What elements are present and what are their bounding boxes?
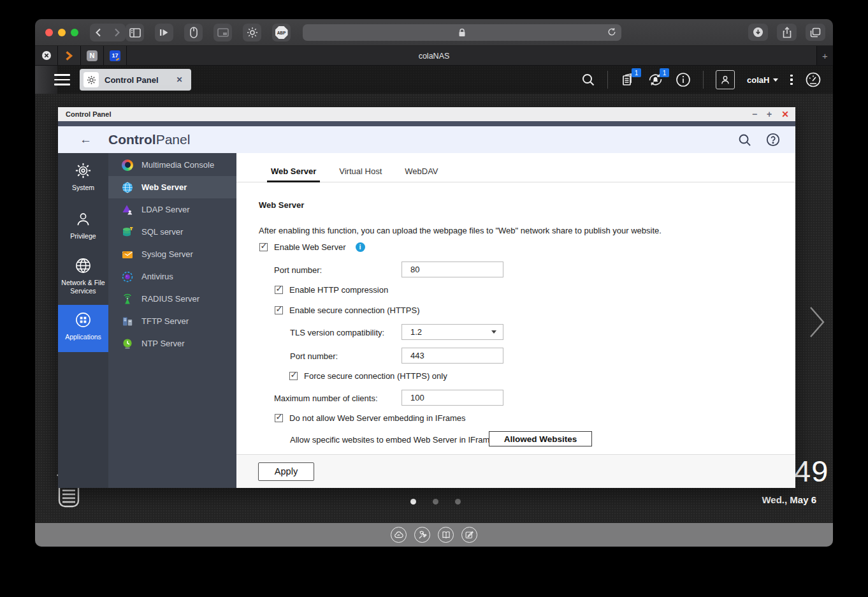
category-network-file-services[interactable]: Network & File Services — [58, 257, 108, 295]
n-favicon: N — [87, 50, 98, 61]
step-forward-icon[interactable] — [155, 24, 173, 41]
service-sql-server[interactable]: SQL server — [108, 221, 236, 243]
new-tab-button[interactable]: + — [816, 46, 833, 65]
category-label: Privilege — [70, 232, 96, 240]
service-ldap-server[interactable]: LDAP Server — [108, 198, 236, 221]
compose-note-icon[interactable] — [461, 527, 477, 543]
category-system[interactable]: System — [58, 162, 108, 192]
http-compression-checkbox[interactable] — [275, 286, 283, 294]
info-icon[interactable] — [356, 242, 365, 252]
user-avatar[interactable] — [716, 70, 735, 89]
max-clients-input[interactable] — [401, 390, 503, 406]
back-button[interactable] — [90, 24, 108, 41]
back-arrow-icon[interactable]: ← — [80, 133, 92, 147]
more-options-icon[interactable] — [790, 75, 793, 85]
service-ntp-server[interactable]: NTP Server — [108, 332, 236, 355]
service-antivirus[interactable]: Antivirus — [108, 265, 236, 288]
syslog-server-icon — [122, 249, 133, 260]
page-dot-3[interactable] — [455, 499, 461, 505]
zoom-window-button[interactable] — [71, 29, 78, 36]
background-tasks-icon[interactable]: 1 — [620, 72, 635, 87]
tabs-overview-icon[interactable] — [806, 24, 825, 41]
window-controls: − + ✕ — [752, 110, 789, 119]
sql-server-icon — [122, 226, 133, 238]
page-dot-1[interactable] — [410, 499, 416, 505]
tls-label: TLS version compatibility: — [290, 328, 384, 337]
desktop-pagination — [410, 499, 461, 505]
services-sidebar: Multimedia Console Web Server LDAP Serve… — [108, 153, 236, 488]
service-multimedia-console[interactable]: Multimedia Console — [108, 154, 236, 176]
app-tab-close-icon[interactable]: ✕ — [177, 75, 183, 84]
https-enable-checkbox[interactable] — [275, 306, 283, 314]
app-title-light: Panel — [156, 132, 191, 147]
picture-in-picture-icon[interactable] — [213, 24, 232, 41]
page-dot-2[interactable] — [433, 499, 438, 505]
tab-webdav[interactable]: WebDAV — [401, 166, 442, 182]
iframe-block-row: Do not allow Web Server embedding in IFr… — [275, 413, 466, 423]
iframe-block-checkbox[interactable] — [275, 414, 283, 422]
mouse-icon[interactable] — [184, 24, 203, 41]
pinned-tab-n[interactable]: N — [81, 46, 104, 65]
tab-web-server[interactable]: Web Server — [267, 166, 320, 182]
info-circle-icon[interactable] — [676, 72, 691, 87]
service-radius-server[interactable]: RADIUS Server — [108, 288, 236, 310]
service-label: LDAP Server — [141, 205, 190, 214]
pinned-tab-arrow[interactable] — [58, 46, 81, 65]
downloads-icon[interactable] — [748, 24, 768, 41]
documentation-book-icon[interactable] — [438, 527, 454, 543]
minimize-icon[interactable]: − — [752, 110, 757, 119]
category-applications[interactable]: Applications — [58, 305, 108, 352]
reload-icon[interactable] — [607, 27, 616, 37]
nas-header-actions: 1 1 colaH — [581, 66, 821, 94]
https-port-label: Port number: — [290, 351, 338, 361]
maximize-icon[interactable]: + — [767, 110, 772, 119]
panel-search-icon[interactable] — [738, 133, 751, 147]
nas-top-bar: Control Panel ✕ 1 1 — [35, 66, 833, 94]
apply-button[interactable]: Apply — [258, 462, 314, 481]
category-privilege[interactable]: Privilege — [58, 210, 108, 240]
radius-server-icon — [122, 293, 133, 305]
username-menu[interactable]: colaH — [747, 75, 778, 85]
sidebar-icon[interactable] — [126, 24, 144, 41]
close-icon[interactable]: ✕ — [781, 110, 789, 119]
http-compression-row: Enable HTTP compression — [275, 285, 388, 295]
minimize-window-button[interactable] — [58, 29, 66, 36]
tab-virtual-host[interactable]: Virtual Host — [335, 166, 386, 182]
open-app-tab-control-panel[interactable]: Control Panel ✕ — [80, 69, 191, 91]
service-label: TFTP Server — [141, 316, 189, 326]
enable-web-server-checkbox[interactable] — [259, 243, 268, 251]
pinned-tab-close[interactable] — [35, 46, 58, 65]
share-icon[interactable] — [777, 24, 797, 41]
cloud-sync-icon[interactable] — [391, 527, 407, 543]
service-syslog-server[interactable]: Syslog Server — [108, 243, 236, 265]
category-label: Network & File Services — [58, 279, 108, 295]
https-port-input[interactable] — [401, 348, 503, 364]
tasks-badge: 1 — [632, 68, 641, 77]
http-port-input[interactable] — [401, 262, 503, 277]
main-menu-icon[interactable] — [54, 74, 70, 85]
brightness-icon[interactable] — [243, 24, 261, 41]
close-window-button[interactable] — [45, 29, 53, 36]
category-label: Applications — [65, 333, 101, 341]
active-browser-tab[interactable] — [127, 46, 816, 65]
allowed-websites-button[interactable]: Allowed Websites — [489, 431, 592, 446]
https-enable-label: Enable secure connection (HTTPS) — [289, 306, 419, 315]
notifications-icon[interactable]: 1 — [647, 72, 663, 87]
tls-dropdown[interactable]: 1.2 — [401, 324, 503, 340]
help-icon[interactable] — [766, 133, 780, 147]
force-https-checkbox[interactable] — [289, 372, 298, 380]
window-title-bar[interactable]: Control Panel − + ✕ — [58, 107, 795, 121]
forward-button[interactable] — [108, 24, 126, 41]
adblock-icon[interactable]: ABP — [272, 24, 291, 41]
service-tftp-server[interactable]: TFTP Server — [108, 310, 236, 332]
force-https-label: Force secure connection (HTTPS) only — [304, 371, 447, 381]
next-page-chevron[interactable] — [808, 304, 826, 341]
service-web-server[interactable]: Web Server — [108, 176, 236, 198]
address-bar[interactable] — [303, 24, 621, 41]
utilities-hammer-icon[interactable] — [414, 527, 430, 543]
pinned-tab-17[interactable]: 17 — [104, 46, 127, 65]
dashboard-gauge-icon[interactable] — [805, 71, 821, 88]
tftp-server-icon — [122, 316, 133, 327]
divider — [607, 71, 608, 89]
search-icon[interactable] — [581, 73, 595, 87]
